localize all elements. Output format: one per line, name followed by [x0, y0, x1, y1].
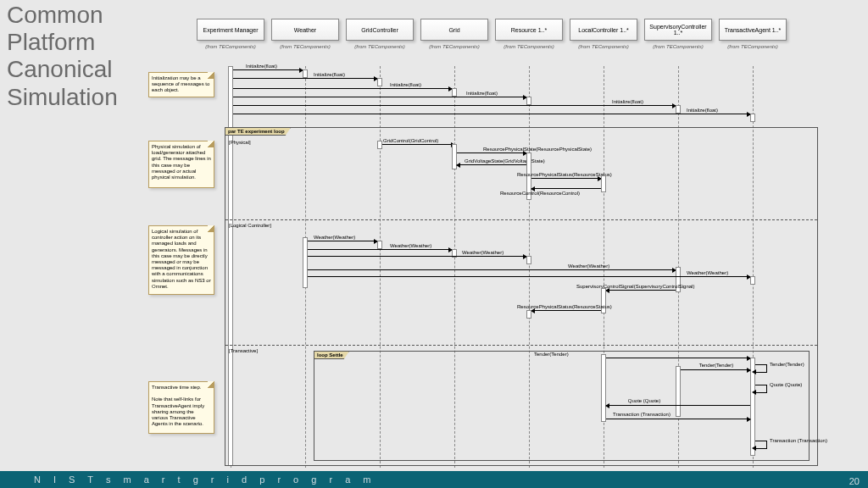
- lifeline-head-grid: Grid: [420, 19, 488, 41]
- section-logical: [Logical Controller]: [229, 223, 271, 228]
- frame-divider: [225, 345, 817, 346]
- message-arrow: [531, 310, 601, 311]
- message-label: Initialize(float): [314, 72, 345, 77]
- note-transactive: Transactive time step. Note that self-li…: [148, 381, 214, 434]
- lifeline-sub: (from TEComponents): [570, 44, 637, 49]
- message-label: Weather(Weather): [687, 270, 728, 275]
- lifeline-sub: (from TEComponents): [644, 44, 712, 49]
- message-arrow: [531, 178, 601, 179]
- message-label: Weather(Weather): [314, 235, 355, 240]
- page-title: Common Platform Canonical Simulation: [7, 2, 118, 111]
- lifeline-head-supervisorycontroller: SupervisoryController 1..*: [644, 19, 712, 41]
- note-logical: Logical simulation of controller action …: [148, 225, 214, 295]
- activation-bar: [526, 310, 531, 319]
- activation-bar: [750, 114, 755, 122]
- message-label: Initialize(float): [612, 99, 643, 104]
- message-arrow: [308, 241, 377, 241]
- lifeline-head-experiment-manager: Experiment Manager: [197, 19, 264, 41]
- message-arrow: [308, 276, 750, 277]
- message-arrow: [457, 152, 526, 153]
- lifeline-sub: (from TEComponents): [495, 44, 563, 49]
- message-label: GridVoltageState(GridVoltageState): [465, 158, 545, 164]
- section-transactive: [Transactive]: [229, 348, 258, 353]
- message-label: Initialize(float): [390, 82, 421, 87]
- message-label: Initialize(float): [466, 91, 498, 96]
- message-label: Weather(Weather): [462, 250, 504, 255]
- lifeline-sub: (from TEComponents): [719, 44, 787, 49]
- message-label: Quote (Quote): [619, 398, 670, 403]
- activation-bar: [377, 78, 382, 86]
- activation-bar: [601, 354, 606, 422]
- message-label: Transaction (Transaction): [770, 438, 812, 443]
- self-message: [755, 441, 767, 449]
- lifeline-head-gridcontroller: GridController: [346, 19, 414, 41]
- lifeline-head-transactiveagent: TransactiveAgent 1..*: [719, 19, 787, 41]
- section-physical: [Physical]: [229, 140, 251, 145]
- activation-bar: [526, 97, 531, 105]
- title-l4: Simulation: [7, 84, 118, 110]
- message-label: Tender(Tender): [770, 362, 804, 367]
- activation-bar: [377, 141, 382, 149]
- message-label: Tender(Tender): [534, 352, 569, 357]
- message-arrow: [233, 97, 526, 97]
- message-label: Quote (Quote): [770, 382, 804, 387]
- frame-label: loop Settle: [314, 352, 349, 359]
- message-arrow: [457, 164, 526, 165]
- self-message: [755, 364, 767, 373]
- message-arrow: [606, 290, 676, 291]
- footer-text: N I S T s m a r t g r i d p r o g r a m: [34, 474, 376, 485]
- message-label: Weather(Weather): [390, 243, 431, 248]
- activation-bar: [676, 105, 681, 114]
- self-message: [755, 385, 767, 393]
- activation-bar: [750, 276, 755, 285]
- title-l3: Canonical: [7, 56, 113, 82]
- footer-bar: N I S T s m a r t g r i d p r o g r a m …: [0, 471, 868, 488]
- activation-bar: [303, 69, 308, 78]
- frame-divider: [225, 219, 817, 220]
- page-number: 20: [849, 476, 860, 486]
- sequence-diagram: Experiment Manager (from TEComponents) W…: [144, 19, 865, 471]
- lifeline-head-weather: Weather: [271, 19, 339, 41]
- title-l1: Common: [7, 2, 103, 28]
- message-label: Initialize(float): [687, 108, 718, 113]
- note-initialization: Initialization may be a sequence of mess…: [148, 72, 214, 97]
- message-arrow: [531, 188, 601, 189]
- message-arrow: [308, 249, 452, 250]
- activation-bar: [303, 237, 308, 288]
- message-label: ResourceControl(ResourceControl): [500, 191, 580, 196]
- activation-bar: [676, 366, 681, 417]
- message-label: ResourcePhysicalState(ResourcePhysicalSt…: [483, 147, 592, 152]
- message-arrow: [308, 269, 676, 270]
- message-arrow: [233, 88, 452, 89]
- lifeline-sub: (from TEComponents): [197, 44, 264, 49]
- message-label: ResourcePhysicalStatus(ResourceStatus): [517, 304, 612, 309]
- message-label: SupervisoryControlSignal(SupervisoryCont…: [576, 284, 694, 289]
- message-arrow: [606, 405, 750, 406]
- lifeline-head-localcontroller: LocalController 1..*: [570, 19, 637, 41]
- message-label: Weather(Weather): [568, 263, 609, 269]
- lifeline-sub: (from TEComponents): [271, 44, 339, 49]
- title-l2: Platform: [7, 29, 95, 55]
- message-arrow: [606, 419, 750, 419]
- message-arrow: [233, 69, 303, 70]
- activation-bar: [601, 288, 606, 313]
- message-arrow: [606, 358, 750, 358]
- message-arrow: [308, 256, 526, 257]
- message-arrow: [233, 78, 377, 79]
- message-label: Tender(Tender): [687, 363, 746, 368]
- activation-bar: [601, 175, 606, 192]
- activation-bar: [377, 241, 382, 249]
- message-arrow: [380, 144, 454, 145]
- lifeline-sub: (from TEComponents): [346, 44, 414, 49]
- activation-bar: [526, 256, 531, 264]
- lifeline-sub: (from TEComponents): [420, 44, 488, 49]
- activation-bar: [452, 88, 457, 97]
- message-label: Transaction (Transaction): [612, 412, 671, 417]
- message-label: Initialize(float): [246, 64, 277, 69]
- lifeline-head-resource: Resource 1..*: [495, 19, 563, 41]
- message-label: GridControl(GridControl): [383, 138, 438, 143]
- message-arrow: [233, 114, 750, 114]
- frame-label: par TE experiment loop: [225, 128, 291, 136]
- note-physical: Physical simulation of load/generator at…: [148, 141, 214, 188]
- message-arrow: [233, 105, 676, 106]
